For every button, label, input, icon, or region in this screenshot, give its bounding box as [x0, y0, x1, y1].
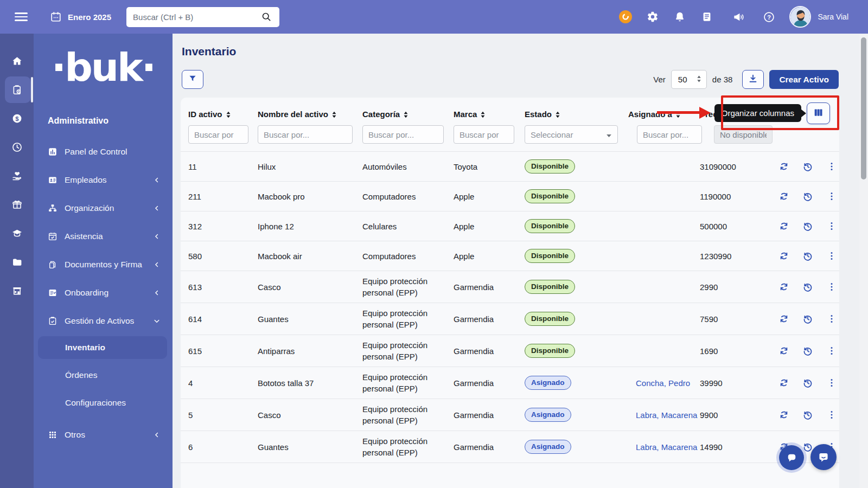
hamburger-menu-icon[interactable]: [15, 10, 28, 23]
history-icon[interactable]: [802, 409, 813, 420]
global-search[interactable]: [126, 7, 279, 27]
svg-text:?: ?: [767, 14, 771, 20]
history-icon[interactable]: [802, 377, 813, 388]
sidebar-subitem-configuraciones[interactable]: Configuraciones: [38, 391, 167, 414]
cell-name: Macbook pro: [258, 191, 362, 202]
search-icon[interactable]: [260, 10, 273, 23]
filter-name-input[interactable]: [258, 125, 353, 144]
assigned-link[interactable]: Concha, Pedro: [628, 378, 690, 388]
search-input[interactable]: [133, 12, 260, 22]
sidebar-item-gestion-de-activos[interactable]: Gestión de Activos: [34, 307, 173, 335]
sidebar-item-organizacion[interactable]: Organización: [34, 194, 173, 222]
annotation-arrow: [657, 111, 700, 114]
filter-button[interactable]: [182, 70, 203, 89]
filter-status-select[interactable]: Seleccionar: [525, 125, 618, 144]
money-icon[interactable]: $: [0, 104, 34, 133]
sidebar-item-empleados[interactable]: Empleados: [34, 166, 173, 194]
assigned-link[interactable]: Labra, Macarena: [628, 442, 697, 452]
sync-icon[interactable]: [778, 313, 789, 324]
column-header-categoria[interactable]: Categoría: [362, 110, 454, 119]
row-menu-icon[interactable]: [826, 313, 837, 324]
history-icon[interactable]: [802, 313, 813, 324]
row-menu-icon[interactable]: [826, 161, 837, 172]
column-header-estado[interactable]: Estado: [525, 110, 628, 119]
sidebar-item-asistencia[interactable]: Asistencia: [34, 222, 173, 251]
scrollbar[interactable]: [859, 35, 868, 488]
sync-icon[interactable]: [778, 377, 789, 388]
row-menu-icon[interactable]: [826, 251, 837, 261]
column-header-marca[interactable]: Marca: [454, 110, 525, 119]
filter-assigned-input[interactable]: [637, 125, 702, 144]
row-menu-icon[interactable]: [826, 377, 837, 388]
gift-icon[interactable]: [0, 190, 34, 219]
create-asset-button[interactable]: Crear Activo: [769, 70, 839, 89]
sync-icon[interactable]: [778, 345, 789, 356]
assigned-link[interactable]: Labra, Macarena: [628, 410, 697, 420]
sidebar-subitem-inventario[interactable]: Inventario: [38, 336, 167, 359]
assigned-link[interactable]: [628, 314, 636, 324]
chat-bubble-button[interactable]: [779, 445, 804, 470]
bell-icon[interactable]: [673, 10, 686, 23]
row-menu-icon[interactable]: [826, 191, 837, 202]
assistant-icon[interactable]: [619, 10, 632, 23]
store-icon[interactable]: [0, 277, 34, 305]
sync-icon[interactable]: [778, 409, 789, 420]
download-button[interactable]: [742, 70, 764, 89]
news-icon[interactable]: [700, 10, 713, 23]
row-menu-icon[interactable]: [826, 345, 837, 356]
filter-brand-input[interactable]: [454, 125, 514, 144]
column-header-nombre[interactable]: Nombre del activo: [258, 110, 362, 119]
cell-name: Macbook air: [258, 251, 362, 262]
assigned-link[interactable]: [628, 192, 636, 201]
assigned-link[interactable]: [628, 162, 636, 171]
sync-icon[interactable]: [778, 191, 789, 202]
user-avatar[interactable]: [789, 6, 811, 28]
assigned-link[interactable]: [628, 346, 636, 356]
history-icon[interactable]: [802, 161, 813, 172]
sync-icon[interactable]: [778, 251, 789, 261]
sidebar-subitem-ordenes[interactable]: Órdenes: [38, 364, 167, 387]
page-size-select[interactable]: 50: [671, 70, 707, 89]
history-icon[interactable]: [802, 345, 813, 356]
sync-icon[interactable]: [778, 221, 789, 232]
scrollbar-thumb[interactable]: [861, 37, 866, 179]
history-icon[interactable]: [802, 251, 813, 261]
clock-icon[interactable]: [0, 133, 34, 162]
cell-price: 39990: [700, 377, 772, 389]
history-icon[interactable]: [802, 221, 813, 232]
sidebar-item-otros[interactable]: Otros: [34, 421, 173, 449]
sidebar-item-onboarding[interactable]: Onboarding: [34, 279, 173, 307]
assigned-link[interactable]: [628, 282, 636, 292]
period-selector[interactable]: Enero 2025: [49, 10, 111, 23]
assigned-link[interactable]: [628, 252, 636, 261]
files-icon[interactable]: [0, 248, 34, 277]
sidebar-item-panel-de-control[interactable]: Panel de Control: [34, 138, 173, 166]
filter-category-input[interactable]: [362, 125, 444, 144]
benefits-icon[interactable]: [0, 162, 34, 190]
cell-category: Equipo protección personal (EPP): [362, 339, 454, 362]
home-icon[interactable]: [0, 47, 34, 75]
sync-icon[interactable]: [778, 281, 789, 292]
sync-icon[interactable]: [778, 161, 789, 172]
row-menu-icon[interactable]: [826, 409, 837, 420]
asset-management-icon[interactable]: [0, 75, 34, 104]
row-menu-icon[interactable]: [826, 281, 837, 292]
megaphone-icon[interactable]: [732, 10, 745, 23]
sort-icon: [555, 111, 560, 118]
messenger-button[interactable]: [810, 444, 837, 470]
sidebar-item-documentos-y-firma[interactable]: Documentos y Firma: [34, 251, 173, 279]
onboarding-icon: [48, 288, 58, 298]
history-icon[interactable]: [802, 191, 813, 202]
table-row: 5 Casco Equipo protección personal (EPP)…: [181, 399, 839, 431]
education-icon[interactable]: [0, 219, 34, 248]
cell-id: 312: [188, 221, 258, 232]
help-icon[interactable]: ?: [762, 10, 775, 23]
assigned-link[interactable]: [628, 222, 636, 231]
user-name[interactable]: Sara Vial: [818, 12, 848, 21]
row-menu-icon[interactable]: [826, 221, 837, 232]
filter-id-input[interactable]: [188, 125, 248, 144]
column-header-id-activo[interactable]: ID activo: [188, 110, 258, 119]
organize-columns-button[interactable]: [807, 102, 830, 124]
history-icon[interactable]: [802, 281, 813, 292]
gear-icon[interactable]: [646, 10, 659, 23]
